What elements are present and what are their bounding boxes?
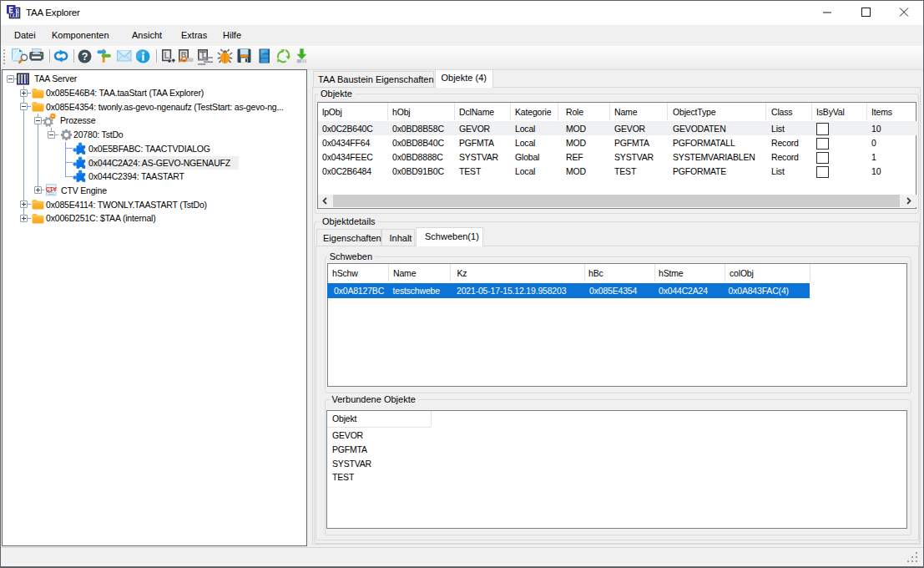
svg-text:T: T <box>200 50 205 59</box>
svg-text:?: ? <box>82 51 88 63</box>
svg-text:L: L <box>164 49 169 59</box>
